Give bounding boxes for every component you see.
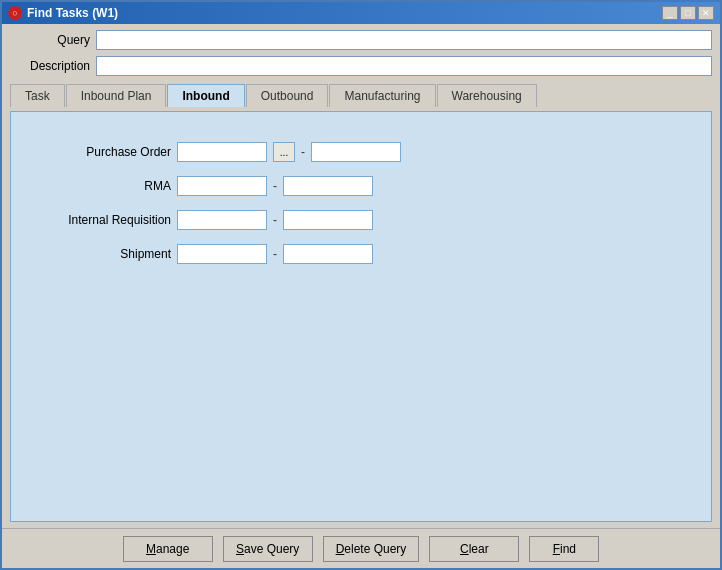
purchase-order-row: Purchase Order ... - — [41, 142, 681, 162]
title-bar-left: ○ Find Tasks (W1) — [8, 6, 118, 20]
tab-inbound-plan[interactable]: Inbound Plan — [66, 84, 167, 107]
purchase-order-from-input[interactable] — [177, 142, 267, 162]
delete-query-label: Delete Query — [336, 542, 407, 556]
tab-content-inbound: Purchase Order ... - RMA - Internal Requ… — [10, 111, 712, 522]
query-row: Query — [10, 30, 712, 50]
app-icon: ○ — [8, 6, 22, 20]
query-label: Query — [10, 33, 90, 47]
window-title: Find Tasks (W1) — [27, 6, 118, 20]
rma-row: RMA - — [41, 176, 681, 196]
find-button[interactable]: Find — [529, 536, 599, 562]
bottom-bar: Manage Save Query Delete Query Clear Fin… — [2, 528, 720, 568]
manage-button[interactable]: Manage — [123, 536, 213, 562]
rma-dash: - — [273, 179, 277, 193]
tab-outbound[interactable]: Outbound — [246, 84, 329, 107]
internal-requisition-dash: - — [273, 213, 277, 227]
manage-label: Manage — [146, 542, 189, 556]
close-button[interactable]: ✕ — [698, 6, 714, 20]
shipment-row: Shipment - — [41, 244, 681, 264]
main-window: ○ Find Tasks (W1) _ □ ✕ Query Descriptio… — [0, 0, 722, 570]
shipment-dash: - — [273, 247, 277, 261]
tabs-bar: Task Inbound Plan Inbound Outbound Manuf… — [10, 84, 712, 107]
purchase-order-to-input[interactable] — [311, 142, 401, 162]
rma-label: RMA — [41, 179, 171, 193]
shipment-to-input[interactable] — [283, 244, 373, 264]
save-query-button[interactable]: Save Query — [223, 536, 313, 562]
tab-task[interactable]: Task — [10, 84, 65, 107]
internal-requisition-label: Internal Requisition — [41, 213, 171, 227]
rma-to-input[interactable] — [283, 176, 373, 196]
minimize-button[interactable]: _ — [662, 6, 678, 20]
internal-requisition-from-input[interactable] — [177, 210, 267, 230]
internal-requisition-row: Internal Requisition - — [41, 210, 681, 230]
purchase-order-browse-button[interactable]: ... — [273, 142, 295, 162]
internal-requisition-to-input[interactable] — [283, 210, 373, 230]
tab-manufacturing[interactable]: Manufacturing — [329, 84, 435, 107]
shipment-from-input[interactable] — [177, 244, 267, 264]
query-input[interactable] — [96, 30, 712, 50]
purchase-order-label: Purchase Order — [41, 145, 171, 159]
window-body: Query Description Task Inbound Plan Inbo… — [2, 24, 720, 528]
tab-inbound[interactable]: Inbound — [167, 84, 244, 107]
find-label: Find — [553, 542, 576, 556]
description-input[interactable] — [96, 56, 712, 76]
clear-button[interactable]: Clear — [429, 536, 519, 562]
shipment-label: Shipment — [41, 247, 171, 261]
title-bar: ○ Find Tasks (W1) _ □ ✕ — [2, 2, 720, 24]
delete-query-button[interactable]: Delete Query — [323, 536, 420, 562]
clear-label: Clear — [460, 542, 489, 556]
description-row: Description — [10, 56, 712, 76]
maximize-button[interactable]: □ — [680, 6, 696, 20]
rma-from-input[interactable] — [177, 176, 267, 196]
inbound-fields: Purchase Order ... - RMA - Internal Requ… — [41, 142, 681, 264]
tab-warehousing[interactable]: Warehousing — [437, 84, 537, 107]
purchase-order-dash: - — [301, 145, 305, 159]
title-controls: _ □ ✕ — [662, 6, 714, 20]
description-label: Description — [10, 59, 90, 73]
save-query-label: Save Query — [236, 542, 299, 556]
